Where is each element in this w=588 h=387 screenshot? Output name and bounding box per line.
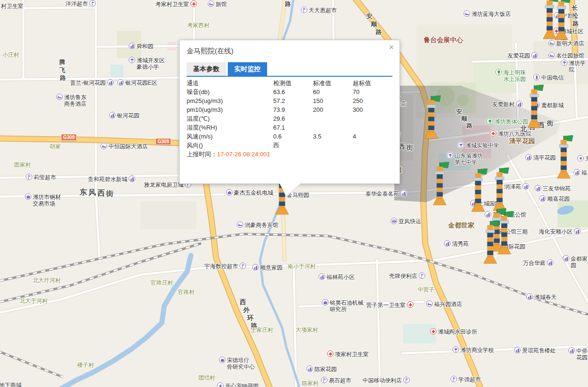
monitor-table-header-row: 通道检测值标准值超标值: [187, 79, 393, 88]
school-icon: [447, 152, 453, 159]
monitor-table-cell: pm10(ug/m3): [187, 105, 273, 114]
road-number-badge: G309: [155, 138, 171, 145]
case-icon: [226, 189, 232, 196]
map-label-text: 陈家村: [302, 380, 319, 387]
bldg-icon: [574, 228, 581, 234]
bldg-icon: [535, 185, 541, 191]
map-label: 三友华锦苑: [535, 185, 571, 192]
monitoring-station-marker[interactable]: [468, 168, 488, 212]
map-label: 顺嘉花园: [539, 196, 570, 202]
market-icon: [240, 263, 246, 269]
hotel-icon: [101, 143, 107, 149]
map-label: 铭昊石油机械 研究所: [322, 299, 363, 313]
map-road-name-char: 路: [376, 29, 382, 36]
bldg-icon: [531, 52, 538, 58]
map-label-text: 鲁台会展中心: [424, 37, 463, 43]
bldg-icon: [109, 112, 116, 118]
map-label-text: 润豪商务宾馆: [245, 222, 278, 228]
map-label: 学强超市: [450, 376, 481, 383]
monitoring-station-marker[interactable]: [480, 220, 501, 264]
map-road-name-char: 路: [466, 123, 472, 129]
bldg-icon: [319, 273, 325, 280]
map-label: 路: [285, 1, 291, 7]
hotel-icon: [426, 300, 433, 307]
map-label: 壳牌便利店: [389, 273, 425, 279]
map-label-text: 雅龙家电厨卫城: [144, 182, 183, 188]
map-label-text: 中恒国际大酒店: [109, 143, 148, 150]
map-label-text: 大项家村: [296, 327, 318, 333]
map-label: 潍城实验中学: [457, 142, 499, 149]
map-label-text: 潍坊商业学校: [460, 347, 494, 353]
map-road-name-char: 西: [97, 190, 105, 197]
map-label: 中国电信: [533, 74, 564, 81]
monitoring-station-marker[interactable]: [553, 135, 574, 179]
map-label: 团结村: [198, 374, 215, 381]
map-label-text: 易百超市: [329, 377, 351, 384]
cross-icon: [190, 0, 197, 7]
map-label-text: 中侨花园: [576, 348, 588, 361]
hotel-icon: [237, 221, 243, 228]
map-label-text: 名仕园旅馆: [556, 52, 584, 59]
map-label-text: 鸢都新城: [541, 102, 564, 109]
monitor-table-cell: 温度(℃): [187, 114, 273, 123]
map-label-text: 中营子: [418, 286, 435, 293]
map-label-text: 泰华金泰名苑: [365, 190, 399, 197]
hotel-icon: [548, 40, 555, 46]
map-label: 新明大酒店: [548, 40, 584, 47]
map-label-text: 贵和苑碧水新城: [88, 176, 127, 183]
map-label: 天: [577, 155, 588, 162]
map-label-text: 海化安顺小区: [539, 228, 573, 235]
monitor-table-row: 温度(℃)29.6: [187, 114, 393, 123]
map-road-name-char: 路: [573, 21, 579, 27]
map-label-text: 豪杰五金机电城: [234, 190, 273, 196]
map-label-text: 项家村卫生室: [335, 351, 369, 358]
map-label: 潍坊商业学校: [452, 347, 494, 353]
map-label-text: 营子第一卫生室: [366, 302, 406, 308]
tab-realtime-monitor[interactable]: 实时监控: [228, 62, 267, 76]
map-label: 北大于河村: [20, 298, 48, 304]
monitoring-station-marker[interactable]: [489, 168, 510, 212]
map-label: 海上明珠 水上乐园: [495, 69, 526, 82]
map-road-name-char: 路: [60, 75, 66, 81]
monitoring-station-marker[interactable]: [524, 85, 544, 129]
map-label: 福兴园酒店: [426, 301, 462, 307]
market-icon: [450, 376, 457, 382]
map-label: 陈家花园: [306, 366, 337, 372]
map-road-name-char: 腾: [59, 59, 65, 66]
monitor-table-cell: 63.6: [273, 88, 313, 96]
monitoring-station-marker[interactable]: [429, 162, 450, 206]
bldg-icon: [573, 169, 580, 175]
tree-icon: [486, 118, 493, 124]
tree-icon: [495, 69, 502, 75]
market-icon: [321, 377, 327, 383]
map-label-text: 考家村卫生室: [155, 1, 189, 7]
map-label: 银河花园: [109, 112, 139, 119]
map-label: 友爱花园: [508, 52, 538, 59]
monitoring-station-marker[interactable]: [551, 0, 572, 41]
monitor-table-cell: 西: [273, 141, 313, 150]
monitor-table-cell: 250: [353, 96, 393, 105]
map-label-text: 三友华锦苑: [543, 185, 571, 192]
hotel-icon: [56, 94, 63, 100]
map-road-name-char: 西: [240, 299, 246, 305]
monitor-table-cell: 风向(): [187, 141, 273, 150]
map-label-text: 顺嘉花园: [547, 196, 570, 202]
map-label-text: 潍城春天: [534, 294, 557, 300]
map-label-text: 中国电信: [541, 74, 564, 81]
market-icon: [403, 377, 410, 383]
monitor-table-cell: 67.1: [273, 123, 313, 132]
map-label: 陈家村: [302, 380, 319, 387]
tab-basic-params[interactable]: 基本参数: [187, 62, 226, 76]
map-label-text: 清秀苑: [452, 241, 469, 247]
monitoring-station-marker[interactable]: [421, 95, 442, 139]
map-label: 名仕园旅馆: [548, 52, 584, 59]
mail-icon: [391, 218, 397, 224]
monitor-table-cell: 200: [313, 105, 353, 114]
map-label-text: 北大圩河村: [33, 277, 61, 284]
close-icon[interactable]: ×: [389, 43, 394, 51]
bldg-icon: [514, 347, 521, 353]
map-label: 顺意家园: [252, 264, 283, 271]
map-label-text: 地下商城: [0, 382, 22, 387]
map-label-text: 清平花园: [533, 154, 556, 161]
map-label: 中国移动便利店: [363, 377, 410, 384]
